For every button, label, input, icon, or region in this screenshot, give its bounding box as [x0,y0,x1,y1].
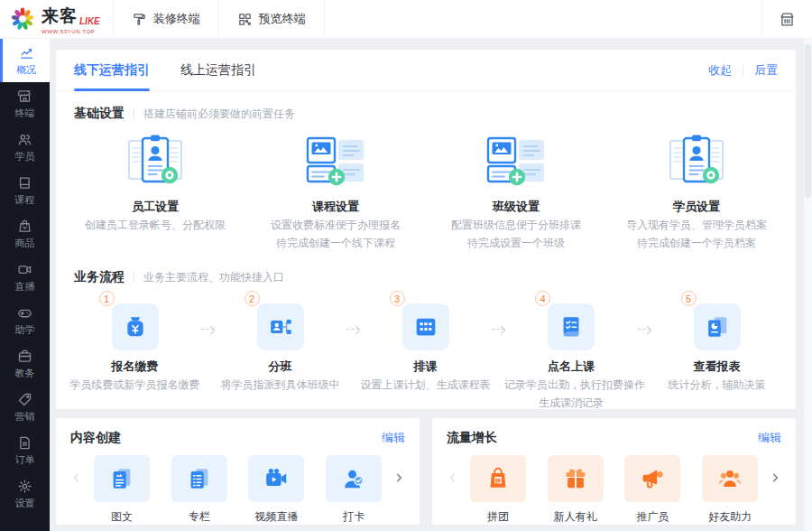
sidebar-label: 概况 [16,63,36,77]
sidebar-item-orders[interactable]: 订单 [0,429,50,472]
carousel-prev-button[interactable] [447,471,459,484]
content-item-column[interactable]: 专栏 [171,455,227,525]
content-item-article[interactable]: 图文 [94,455,150,525]
student-clipboard-icon [661,133,732,191]
logo-badge: LIKE [79,16,100,26]
decorate-terminal-button[interactable]: 装修终端 [114,0,218,39]
basic-cards-row: 员工设置 创建员工登录帐号、分配权限 课程设置 设置收费标准便于办理报名 待完成… [56,122,796,255]
task-desc: 待完成创建一个学员档案 [606,236,787,251]
growth-edit-link[interactable]: 编辑 [758,430,781,446]
sidebar-item-overview[interactable]: 概况 [0,39,50,82]
carousel-next-button[interactable] [392,471,405,484]
task-title: 班级设置 [426,199,606,215]
task-desc: 创建员工登录帐号、分配权限 [65,218,245,233]
gear-icon [17,479,32,494]
top-header: 来客 LIKE WWW.53YUN.TOP 装修终端 预览终端 [0,0,812,39]
app-window: 来客 LIKE WWW.53YUN.TOP 装修终端 预览终端 概况 [0,0,812,531]
tab-label: 线上运营指引 [180,62,256,79]
sidebar-item-assist[interactable]: 助学 [0,299,50,342]
shopping-bag-icon [17,219,32,234]
item-label: 图文 [94,509,150,525]
growth-item-newcomer-gift[interactable]: 新人有礼 [548,455,604,525]
sidebar-item-marketing[interactable]: 营销 [0,386,50,429]
flow-section-header: 业务流程 业务主要流程、功能快捷入口 [56,255,796,285]
flow-step-report[interactable]: 5 查看报表 统计分析，辅助决策 [651,293,783,393]
item-label: 拼团 [470,509,526,525]
sidebar-nav: 概况 终端 学员 课程 商品 直播 助学 教务 [0,39,50,531]
logo-text: 来客 LIKE WWW.53YUN.TOP [42,5,100,34]
preview-terminal-button[interactable]: 预览终端 [219,0,324,39]
flow-step-roll-call[interactable]: 4 点名上课 记录学员出勤，执行扣费操作 生成课消记录 [504,293,638,411]
step-desc: 学员续费或新学员报名缴费 [69,377,201,393]
task-title: 员工设置 [65,199,245,215]
growth-item-group-buy[interactable]: 拼团 [470,455,526,525]
main-content: 线下运营指引 线上运营指引 收起 后置 基础设置 搭建店铺前必须要做的前置任务 [50,39,812,531]
item-label: 好友助力 [702,509,758,525]
org-chart-icon [257,303,304,350]
column-icon [171,455,227,502]
task-card-staff[interactable]: 员工设置 创建员工登录帐号、分配权限 [65,133,245,251]
card-title: 内容创建 [70,430,121,446]
money-bag-icon [112,303,159,350]
flow-arrow [492,329,504,330]
step-number-badge: 2 [245,291,260,306]
task-card-student[interactable]: 学员设置 导入现有学员、管理学员档案 待完成创建一个学员档案 [606,133,787,251]
content-edit-link[interactable]: 编辑 [382,430,405,446]
sidebar-item-affairs[interactable]: 教务 [0,342,50,386]
step-number-badge: 5 [681,291,697,306]
preview-terminal-label: 预览终端 [259,11,306,27]
carousel-next-button[interactable] [769,471,781,484]
flow-step-schedule[interactable]: 3 排课 设置上课计划、生成课程表 [359,293,492,393]
order-document-icon [17,435,32,451]
section-divider [134,272,134,283]
students-icon [17,132,32,147]
app-logo[interactable]: 来客 LIKE WWW.53YUN.TOP [0,5,113,34]
sidebar-label: 助学 [15,323,35,337]
article-icon [94,455,150,502]
growth-item-friends-boost[interactable]: 好友助力 [702,455,758,525]
header-divider [324,0,325,39]
task-card-course[interactable]: 课程设置 设置收费标准便于办理报名 待完成创建一个线下课程 [245,133,426,251]
tab-offline-guide[interactable]: 线下运营指引 [74,50,150,91]
sidebar-item-terminal[interactable]: 终端 [0,82,50,126]
step-title: 报名缴费 [69,359,201,375]
content-item-video-live[interactable]: 视频直播 [248,455,304,525]
video-camera-icon [17,262,32,277]
carousel-prev-button[interactable] [70,471,83,484]
tab-online-guide[interactable]: 线上运营指引 [180,50,256,91]
flow-step-pay[interactable]: 1 报名缴费 学员续费或新学员报名缴费 [69,293,201,393]
collapse-link[interactable]: 收起 [708,62,732,79]
briefcase-icon [17,349,32,364]
sidebar-item-students[interactable]: 学员 [0,126,50,169]
sidebar-label: 课程 [15,193,35,207]
content-item-check-in[interactable]: 打卡 [326,455,382,525]
growth-item-promoter[interactable]: 推广员 [624,455,680,525]
step-desc: 记录学员出勤，执行扣费操作 [504,377,638,393]
item-label: 推广员 [624,509,680,525]
tab-bar: 线下运营指引 线上运营指引 收起 后置 [56,50,796,91]
move-backward-link[interactable]: 后置 [754,62,778,79]
flow-steps-row: 1 报名缴费 学员续费或新学员报名缴费 2 分班 将学员指派到具体班级中 3 [56,285,796,411]
task-desc: 导入现有学员、管理学员档案 [606,218,787,233]
step-title: 查看报表 [651,359,783,375]
task-desc: 设置收费标准便于办理报名 [245,218,426,233]
sidebar-item-courses[interactable]: 课程 [0,169,50,212]
task-desc: 待完成创建一个线下课程 [245,236,426,251]
guide-panel: 线下运营指引 线上运营指引 收起 后置 基础设置 搭建店铺前必须要做的前置任务 [56,50,796,409]
flow-step-assign-class[interactable]: 2 分班 将学员指派到具体班级中 [214,293,346,393]
step-desc: 统计分析，辅助决策 [651,377,783,393]
vertical-scrollbar[interactable] [804,39,812,531]
sidebar-item-goods[interactable]: 商品 [0,212,50,256]
sidebar-label: 直播 [15,280,35,293]
shop-home-button[interactable] [762,11,812,28]
shop-building-icon [779,11,796,28]
task-card-class[interactable]: 班级设置 配置班级信息便于分班排课 待完成设置一个班级 [426,133,606,251]
sidebar-item-live[interactable]: 直播 [0,256,50,299]
flow-arrow [638,329,651,330]
scrollbar-thumb[interactable] [805,44,811,198]
sidebar-label: 营销 [15,410,35,424]
sidebar-label: 订单 [15,453,35,467]
step-desc: 设置上课计划、生成课程表 [359,377,492,393]
sidebar-item-settings[interactable]: 设置 [0,472,50,516]
logo-pinwheel-icon [9,5,36,33]
